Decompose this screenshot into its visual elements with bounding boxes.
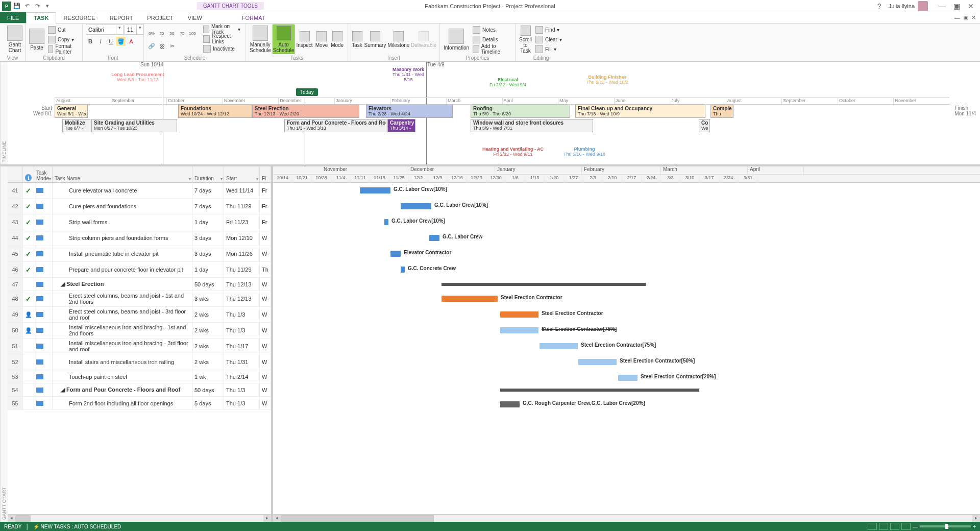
view-btn-3[interactable] xyxy=(890,523,899,530)
task-name-cell[interactable]: ◢ Form and Pour Concrete - Floors and Ro… xyxy=(55,387,180,393)
task-bar[interactable] xyxy=(442,296,498,302)
undo-icon[interactable]: ↶ xyxy=(22,2,32,11)
zoom-slider[interactable] xyxy=(920,525,971,527)
pct0-button[interactable]: 0% xyxy=(147,29,156,38)
fill-color-button[interactable]: 🪣 xyxy=(116,37,126,46)
pct25-button[interactable]: 25 xyxy=(157,29,166,38)
font-name-input[interactable] xyxy=(86,25,116,34)
cut-button[interactable]: Cut xyxy=(46,25,79,34)
task-name-cell[interactable]: ◢ Steel Erection xyxy=(55,281,104,287)
pct50-button[interactable]: 50 xyxy=(167,29,177,38)
find-button[interactable]: Find ▾ xyxy=(533,25,564,34)
task-bar[interactable] xyxy=(500,401,520,407)
task-name-cell[interactable]: Install stairs and miscellaneous iron ra… xyxy=(55,359,174,365)
summary-bar[interactable] xyxy=(442,283,646,286)
gantt-hscroll[interactable]: ◂▸ xyxy=(273,514,980,522)
tl-bar-carpentry[interactable]: CarpentryThu 3/14 - xyxy=(387,119,415,132)
tl-bar-co[interactable]: CoWe xyxy=(699,119,710,132)
tab-file[interactable]: FILE xyxy=(0,12,26,23)
tl-bar-formpour[interactable]: Form and Pour Concrete - Floors and Roof… xyxy=(284,119,386,132)
move-button[interactable]: Move xyxy=(314,25,329,54)
help-icon[interactable]: ? xyxy=(874,1,885,11)
user-avatar[interactable] xyxy=(918,1,928,11)
tab-task[interactable]: TASK xyxy=(26,12,56,23)
tl-bar-final[interactable]: Final Clean-up and OccupancyThu 7/18 - W… xyxy=(575,105,705,118)
tl-bar-comple[interactable]: CompleThu xyxy=(710,105,733,118)
tl-bar-sitegrading[interactable]: Site Grading and UtilitiesMon 8/27 - Tue… xyxy=(91,119,177,132)
task-row[interactable]: 53 Touch-up paint on steel 1 wk Thu 2/14… xyxy=(8,370,271,383)
task-bar[interactable] xyxy=(390,251,401,257)
manually-schedule-button[interactable]: Manually Schedule xyxy=(249,25,272,54)
mode-button[interactable]: Mode xyxy=(330,25,345,54)
task-name-cell[interactable]: Cure elevator wall concrete xyxy=(55,187,137,194)
task-row[interactable]: 46 ✓ Prepare and pour concrete floor in … xyxy=(8,262,271,278)
grid-hscroll[interactable]: ◂▸ xyxy=(8,514,271,522)
col-finish[interactable]: Fi xyxy=(260,166,271,182)
view-btn-1[interactable] xyxy=(868,523,877,530)
task-row[interactable]: 42 ✓ Cure piers and foundations 7 days T… xyxy=(8,199,271,214)
task-bar[interactable] xyxy=(500,311,538,318)
col-info[interactable]: ℹ xyxy=(23,166,34,182)
task-row[interactable]: 54 ◢ Form and Pour Concrete - Floors and… xyxy=(8,383,271,397)
gantt-chart-button[interactable]: Gantt Chart xyxy=(3,25,27,54)
summary-button[interactable]: Summary xyxy=(364,25,386,54)
unlink-button[interactable]: ⛓ xyxy=(157,42,166,51)
task-bar[interactable] xyxy=(540,343,578,349)
inspect-button[interactable]: Inspect xyxy=(296,25,313,54)
font-name-combo[interactable]: ▾ xyxy=(86,25,124,35)
tab-resource[interactable]: RESOURCE xyxy=(56,12,102,23)
task-bar[interactable] xyxy=(618,375,638,381)
scroll-to-task-button[interactable]: Scroll to Task xyxy=(519,25,532,54)
zoom-in-icon[interactable]: + xyxy=(973,524,976,529)
task-name-cell[interactable]: Erect steel columns, beams and joist - 3… xyxy=(55,308,190,321)
close-icon[interactable]: ✕ xyxy=(966,1,976,11)
format-painter-button[interactable]: Format Painter xyxy=(46,44,79,54)
mark-on-track-button[interactable]: Mark on Track ▾ xyxy=(201,25,242,34)
clear-button[interactable]: Clear ▾ xyxy=(533,35,564,44)
task-row[interactable]: 50 👤 Install miscellaneous iron and brac… xyxy=(8,323,271,339)
tl-bar-foundations[interactable]: FoundationsWed 10/24 - Wed 12/12 xyxy=(178,105,252,118)
col-duration[interactable]: Duration▾ xyxy=(192,166,224,182)
task-row[interactable]: 41 ✓ Cure elevator wall concrete 7 days … xyxy=(8,183,271,199)
notes-button[interactable]: Notes xyxy=(471,25,512,34)
details-button[interactable]: Details xyxy=(471,35,512,44)
copy-button[interactable]: Copy ▾ xyxy=(46,35,79,44)
auto-schedule-button[interactable]: Auto Schedule xyxy=(273,25,295,54)
pct75-button[interactable]: 75 xyxy=(178,29,187,38)
bold-button[interactable]: B xyxy=(86,37,95,46)
tl-bar-mobilize[interactable]: MobilizeTue 8/7 - xyxy=(62,119,90,132)
task-name-cell[interactable]: Strip column piers and foundation forms xyxy=(55,235,168,241)
task-name-cell[interactable]: Prepare and pour concrete floor in eleva… xyxy=(55,267,183,273)
task-name-cell[interactable]: Touch-up paint on steel xyxy=(55,374,127,380)
task-row[interactable]: 52 Install stairs and miscellaneous iron… xyxy=(8,354,271,370)
italic-button[interactable]: I xyxy=(96,37,105,46)
summary-bar[interactable] xyxy=(500,389,699,392)
task-row[interactable]: 43 ✓ Strip wall forms 1 day Fri 11/23 Fr xyxy=(8,214,271,230)
task-name-cell[interactable]: Install miscellaneous iron and bracing -… xyxy=(55,324,190,336)
task-name-cell[interactable]: Install pneumatic tube in elevator pit xyxy=(55,251,159,257)
paste-button[interactable]: Paste xyxy=(29,25,45,54)
doc-close-icon[interactable]: ✕ xyxy=(971,14,976,21)
doc-minimize-icon[interactable]: — xyxy=(954,15,960,21)
tab-project[interactable]: PROJECT xyxy=(140,12,180,23)
pct100-button[interactable]: 100 xyxy=(188,29,197,38)
respect-links-button[interactable]: Respect Links xyxy=(201,34,242,43)
task-bar[interactable] xyxy=(429,235,439,241)
zoom-out-icon[interactable]: — xyxy=(913,524,918,529)
save-icon[interactable]: 💾 xyxy=(12,2,21,11)
tl-bar-elevators[interactable]: ElevatorsThu 2/28 - Wed 4/24 xyxy=(366,105,453,118)
tab-view[interactable]: VIEW xyxy=(181,12,209,23)
view-btn-2[interactable] xyxy=(879,523,888,530)
font-size-input[interactable] xyxy=(125,25,136,34)
task-name-cell[interactable]: Install miscellaneous iron and bracing -… xyxy=(55,340,190,352)
col-task-mode[interactable]: Task Mode▾ xyxy=(34,166,53,182)
add-timeline-button[interactable]: Add to Timeline xyxy=(471,44,512,54)
task-row[interactable]: 47 ◢ Steel Erection 50 days Thu 12/13 W xyxy=(8,278,271,291)
milestone-button[interactable]: Milestone xyxy=(387,25,410,54)
task-bar[interactable] xyxy=(401,267,405,273)
tab-format[interactable]: FORMAT xyxy=(235,12,273,23)
task-name-cell[interactable]: Strip wall forms xyxy=(55,219,107,225)
redo-icon[interactable]: ↷ xyxy=(33,2,42,11)
qat-dropdown-icon[interactable]: ▾ xyxy=(43,2,52,11)
task-row[interactable]: 45 ✓ Install pneumatic tube in elevator … xyxy=(8,246,271,262)
